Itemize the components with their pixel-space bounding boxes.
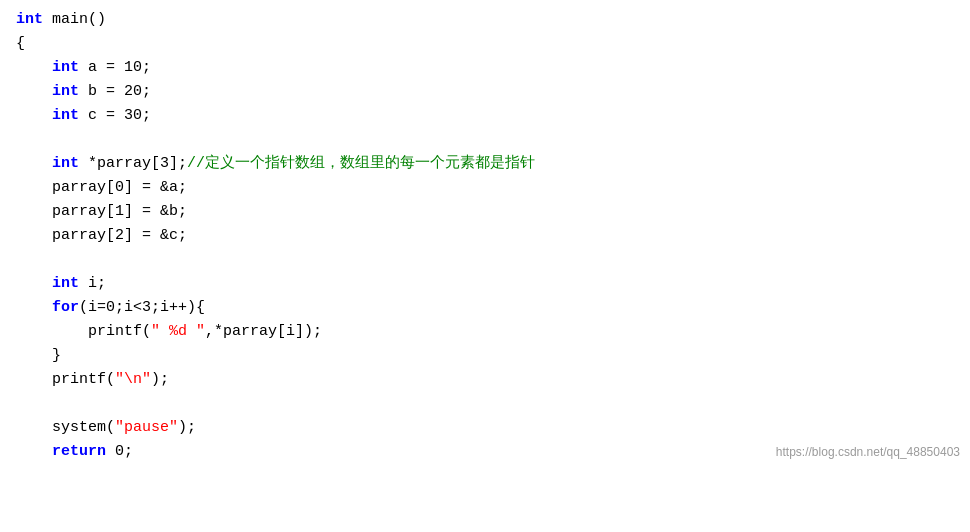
- code-container: int main(){ int a = 10; int b = 20; int …: [0, 0, 970, 472]
- code-line: int main(): [16, 8, 954, 32]
- code-token: parray[0] = &a;: [16, 176, 187, 200]
- code-token: parray[2] = &c;: [16, 224, 187, 248]
- code-line: [16, 392, 954, 416]
- code-line: int b = 20;: [16, 80, 954, 104]
- code-token: ,*parray[i]);: [205, 320, 322, 344]
- code-line: int i;: [16, 272, 954, 296]
- code-token: int: [16, 8, 43, 32]
- code-token: c = 30;: [79, 104, 151, 128]
- code-token: main(): [43, 8, 106, 32]
- code-line: int *parray[3];//定义一个指针数组，数组里的每一个元素都是指针: [16, 152, 954, 176]
- code-token: (i=0;i<3;i++){: [79, 296, 205, 320]
- code-token: i;: [79, 272, 106, 296]
- code-token: int: [52, 80, 79, 104]
- code-line: {: [16, 32, 954, 56]
- code-token: a = 10;: [79, 56, 151, 80]
- code-token: [16, 56, 52, 80]
- code-line: }: [16, 344, 954, 368]
- code-token: [16, 296, 52, 320]
- code-token: );: [178, 416, 196, 440]
- code-token: [16, 152, 52, 176]
- code-block: int main(){ int a = 10; int b = 20; int …: [16, 8, 954, 464]
- code-token: [16, 80, 52, 104]
- code-line: parray[2] = &c;: [16, 224, 954, 248]
- code-token: "\n": [115, 368, 151, 392]
- code-token: for: [52, 296, 79, 320]
- code-token: );: [151, 368, 169, 392]
- code-token: int: [52, 272, 79, 296]
- code-token: 0;: [106, 440, 133, 464]
- code-token: [16, 440, 52, 464]
- code-token: system(: [16, 416, 115, 440]
- code-token: printf(: [16, 368, 115, 392]
- code-line: printf("\n");: [16, 368, 954, 392]
- code-token: "pause": [115, 416, 178, 440]
- code-token: [16, 104, 52, 128]
- code-line: [16, 248, 954, 272]
- code-token: //定义一个指针数组，数组里的每一个元素都是指针: [187, 152, 535, 176]
- code-token: [16, 272, 52, 296]
- code-line: system("pause");: [16, 416, 954, 440]
- code-token: *parray[3];: [79, 152, 187, 176]
- code-token: return: [52, 440, 106, 464]
- code-token: " %d ": [151, 320, 205, 344]
- watermark: https://blog.csdn.net/qq_48850403: [776, 443, 960, 462]
- code-line: for(i=0;i<3;i++){: [16, 296, 954, 320]
- code-line: int c = 30;: [16, 104, 954, 128]
- code-token: int: [52, 152, 79, 176]
- code-token: }: [16, 344, 61, 368]
- code-line: int a = 10;: [16, 56, 954, 80]
- code-token: int: [52, 104, 79, 128]
- code-token: printf(: [16, 320, 151, 344]
- code-line: printf(" %d ",*parray[i]);: [16, 320, 954, 344]
- code-line: parray[0] = &a;: [16, 176, 954, 200]
- code-token: parray[1] = &b;: [16, 200, 187, 224]
- code-line: parray[1] = &b;: [16, 200, 954, 224]
- code-token: int: [52, 56, 79, 80]
- code-token: {: [16, 32, 25, 56]
- code-token: b = 20;: [79, 80, 151, 104]
- code-line: [16, 128, 954, 152]
